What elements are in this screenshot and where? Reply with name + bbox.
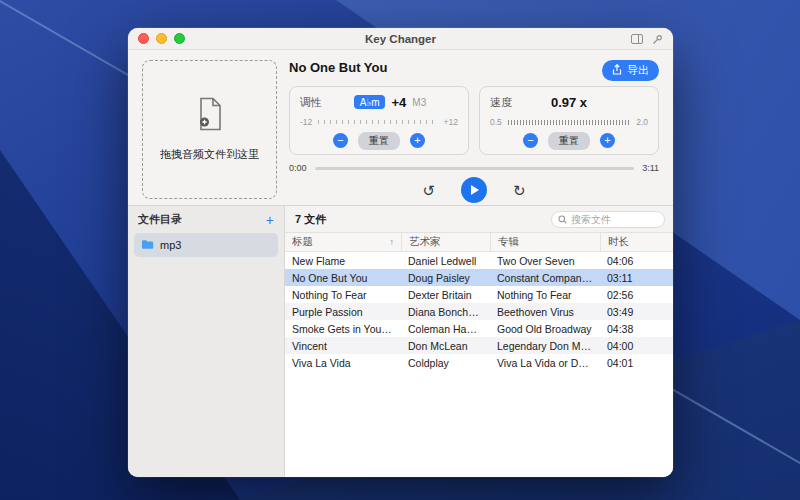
cell-artist: Don McLean	[401, 340, 490, 352]
key-slider[interactable]	[318, 120, 437, 124]
cell-album: Constant Companion	[490, 272, 600, 284]
speed-value: 0.97 x	[512, 95, 626, 110]
cell-duration: 02:56	[600, 289, 673, 301]
file-list-panel: 7 文件 标题 ↑ 艺术家 专辑 时长 New FlameDaniel Ledw…	[285, 206, 673, 477]
repeat-icon[interactable]: ↻	[513, 183, 526, 198]
search-input[interactable]	[571, 214, 658, 225]
zoom-button[interactable]	[174, 33, 185, 44]
key-shift-value: +4	[391, 95, 406, 110]
sidebar-item-mp3[interactable]: mp3	[134, 233, 278, 257]
folder-icon	[141, 236, 154, 254]
cell-duration: 04:01	[600, 357, 673, 369]
current-song-title: No One But You	[289, 60, 387, 75]
sort-ascending-icon: ↑	[390, 237, 395, 247]
list-toolbar: 7 文件	[285, 206, 673, 233]
table-row[interactable]: Nothing To FearDexter BritainNothing To …	[285, 286, 673, 303]
speed-slider[interactable]	[508, 120, 630, 125]
file-drop-zone[interactable]: 拖拽音频文件到这里	[142, 60, 277, 199]
cell-title: Purple Passion	[285, 306, 401, 318]
table-row[interactable]: Purple PassionDiana BonchevaBeethoven Vi…	[285, 303, 673, 320]
add-folder-button[interactable]: +	[266, 213, 274, 227]
library-section: 文件目录 + mp3 7 文件	[128, 205, 673, 477]
cell-title: Smoke Gets in Your Eyes	[285, 323, 401, 335]
cell-artist: Coleman Hawkins	[401, 323, 490, 335]
table-row[interactable]: VincentDon McLeanLegendary Don McLean04:…	[285, 337, 673, 354]
key-interval-label: M3	[412, 97, 426, 108]
cell-title: No One But You	[285, 272, 401, 284]
sidebar: 文件目录 + mp3	[128, 206, 285, 477]
cell-artist: Diana Boncheva	[401, 306, 490, 318]
key-badge: A♭m	[354, 95, 386, 109]
close-button[interactable]	[138, 33, 149, 44]
cell-duration: 04:38	[600, 323, 673, 335]
column-header-album[interactable]: 专辑	[490, 233, 600, 251]
total-time: 3:11	[642, 163, 659, 173]
cell-duration: 03:49	[600, 306, 673, 318]
key-panel: 调性 A♭m +4 M3 -12 +12 − 重置	[289, 86, 469, 155]
speed-panel: 速度 0.97 x 0.5 2.0 − 重置 +	[479, 86, 659, 155]
cell-duration: 04:00	[600, 340, 673, 352]
cell-title: Viva La Vida	[285, 357, 401, 369]
cell-album: Two Over Seven	[490, 255, 600, 267]
key-slider-max: +12	[444, 117, 458, 127]
speed-decrease-button[interactable]: −	[523, 133, 538, 148]
table-row[interactable]: Viva La VidaColdplayViva La Vida or Deat…	[285, 354, 673, 371]
file-count: 7 文件	[295, 212, 326, 227]
search-icon	[558, 210, 567, 228]
speed-panel-label: 速度	[490, 95, 512, 110]
replay-icon[interactable]: ↺	[422, 183, 435, 198]
panel-toggle-icon[interactable]	[631, 34, 643, 44]
table-row[interactable]: New FlameDaniel LedwellTwo Over Seven04:…	[285, 252, 673, 269]
key-increase-button[interactable]: +	[410, 133, 425, 148]
cell-duration: 03:11	[600, 272, 673, 284]
cell-album: Viva La Vida or Death an...	[490, 357, 600, 369]
table-row[interactable]: Smoke Gets in Your EyesColeman HawkinsGo…	[285, 320, 673, 337]
column-title-label: 标题	[292, 235, 313, 249]
column-header-title[interactable]: 标题 ↑	[285, 233, 401, 251]
sidebar-item-label: mp3	[160, 239, 181, 251]
table-header: 标题 ↑ 艺术家 专辑 时长	[285, 233, 673, 252]
app-window: Key Changer 拖拽音频文件到这里	[128, 28, 673, 477]
key-decrease-button[interactable]: −	[333, 133, 348, 148]
dropzone-label: 拖拽音频文件到这里	[160, 147, 259, 162]
control-section: 拖拽音频文件到这里 No One But You 导出 调性	[128, 50, 673, 205]
play-button[interactable]	[461, 177, 487, 203]
cell-artist: Daniel Ledwell	[401, 255, 490, 267]
cell-title: Vincent	[285, 340, 401, 352]
column-header-artist[interactable]: 艺术家	[401, 233, 490, 251]
traffic-lights	[138, 33, 185, 44]
elapsed-time: 0:00	[289, 163, 307, 173]
file-table-body: New FlameDaniel LedwellTwo Over Seven04:…	[285, 252, 673, 371]
document-add-icon	[196, 97, 224, 135]
cell-artist: Coldplay	[401, 357, 490, 369]
key-panel-label: 调性	[300, 95, 322, 110]
cell-album: Beethoven Virus	[490, 306, 600, 318]
minimize-button[interactable]	[156, 33, 167, 44]
key-reset-button[interactable]: 重置	[358, 132, 400, 150]
cell-artist: Doug Paisley	[401, 272, 490, 284]
cell-title: New Flame	[285, 255, 401, 267]
speed-reset-button[interactable]: 重置	[548, 132, 590, 150]
cell-album: Good Old Broadway	[490, 323, 600, 335]
titlebar[interactable]: Key Changer	[128, 28, 673, 50]
cell-title: Nothing To Fear	[285, 289, 401, 301]
cell-album: Nothing To Fear	[490, 289, 600, 301]
seek-bar[interactable]	[315, 167, 635, 170]
column-header-duration[interactable]: 时长	[600, 233, 673, 251]
window-title: Key Changer	[128, 33, 673, 45]
speed-increase-button[interactable]: +	[600, 133, 615, 148]
cell-album: Legendary Don McLean	[490, 340, 600, 352]
export-label: 导出	[627, 63, 649, 78]
cell-duration: 04:06	[600, 255, 673, 267]
play-icon	[471, 185, 479, 195]
export-button[interactable]: 导出	[602, 60, 659, 81]
speed-slider-min: 0.5	[490, 117, 502, 127]
pin-icon[interactable]	[652, 34, 663, 45]
share-icon	[612, 64, 622, 77]
table-row[interactable]: No One But YouDoug PaisleyConstant Compa…	[285, 269, 673, 286]
speed-slider-max: 2.0	[636, 117, 648, 127]
key-slider-min: -12	[300, 117, 312, 127]
search-box[interactable]	[551, 211, 665, 228]
player-panel: No One But You 导出 调性 A♭m +4	[289, 60, 659, 199]
sidebar-title: 文件目录	[138, 212, 182, 227]
